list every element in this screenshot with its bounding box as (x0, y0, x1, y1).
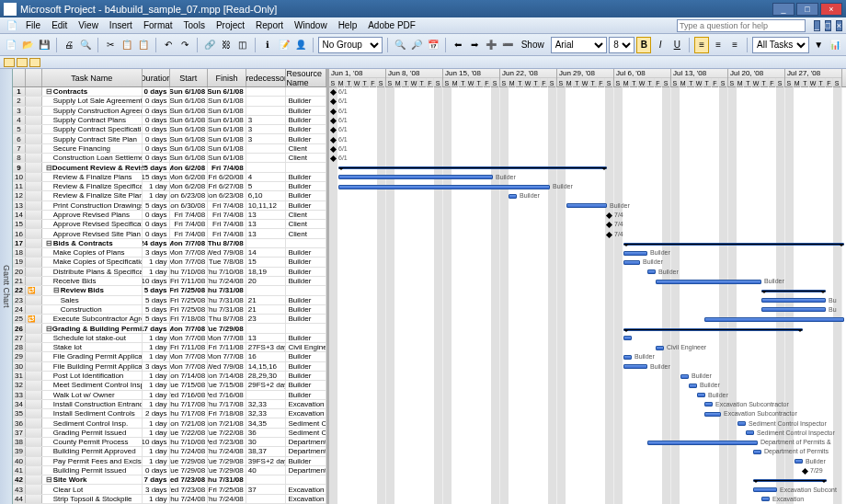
cut-icon[interactable]: ✂ (103, 37, 118, 53)
task-bar[interactable] (647, 269, 656, 274)
col-dur[interactable]: Duration (143, 69, 170, 86)
task-bar[interactable] (623, 260, 640, 265)
task-bar[interactable] (761, 497, 770, 501)
copy-icon[interactable]: 📋 (120, 37, 134, 53)
task-row[interactable]: 3 Supply Construction Agreement 0 days S… (13, 107, 326, 116)
wizard-icon[interactable]: 📊 (828, 37, 842, 53)
task-row[interactable]: 40 Pay Permit Fees and Excise Taxes 1 da… (13, 457, 326, 466)
summary-bar[interactable] (623, 328, 803, 331)
maximize-button[interactable]: □ (796, 3, 818, 16)
summary-bar[interactable] (753, 479, 827, 482)
menu-help[interactable]: Help (333, 20, 363, 30)
milestone[interactable] (606, 231, 612, 237)
task-row[interactable]: 13 Print Construction Drawings 5 days Mo… (13, 201, 326, 211)
task-bar[interactable] (704, 412, 721, 417)
underline-icon[interactable]: U (669, 37, 684, 53)
task-bar[interactable] (509, 194, 517, 199)
gantt-body[interactable]: 6/16/16/16/16/16/16/16/1BuilderBuilderBu… (329, 87, 846, 504)
summary-bar[interactable] (338, 166, 607, 169)
task-row[interactable]: 12 Review & Finalize Site Plan 1 day Mon… (13, 191, 326, 200)
task-row[interactable]: 29 File Grading Permit Application 1 day… (13, 352, 326, 361)
pdf-icon-1[interactable] (4, 58, 15, 67)
task-row[interactable]: 26 ⊟Grading & Building Permits 17 days M… (13, 324, 326, 333)
milestone[interactable] (330, 127, 337, 133)
task-bar[interactable] (680, 374, 689, 379)
task-row[interactable]: 42 ⊟Site Work 7 days Wed 7/23/08 Thu 7/3… (13, 475, 326, 485)
split-icon[interactable]: ◫ (235, 37, 250, 53)
task-row[interactable]: 17 ⊟Bids & Contracts 24 days Mon 7/7/08 … (13, 239, 326, 248)
task-row[interactable]: 15 Approve Revised Specifications 0 days… (13, 220, 326, 229)
task-bar[interactable] (761, 298, 826, 303)
gantt-chart[interactable]: Jun 1, '08 SMTWTFS Jun 8, '08 SMTWTFS Ju… (329, 69, 846, 504)
task-row[interactable]: 2 Supply Lot Sale Agreement 0 days Sun 6… (13, 97, 326, 106)
menu-view[interactable]: View (73, 20, 104, 30)
zoom-out-icon[interactable]: 🔎 (409, 37, 424, 53)
task-row[interactable]: 36 Sediment Control Insp. 1 day Mon 7/21… (13, 418, 326, 428)
help-search[interactable] (677, 19, 806, 32)
task-row[interactable]: 22 🔁 ⊟Review Bids 5 days Fri 7/25/08 Thu… (13, 286, 326, 295)
bold-icon[interactable]: B (636, 37, 651, 53)
milestone[interactable] (330, 155, 337, 162)
milestone[interactable] (802, 468, 808, 475)
task-bar[interactable] (656, 280, 761, 284)
save-icon[interactable]: 💾 (37, 37, 51, 53)
align-center-icon[interactable]: ≡ (711, 37, 726, 53)
goto-icon[interactable]: 📅 (426, 37, 440, 53)
task-row[interactable]: 27 Schedule lot stake-out 1 day Mon 7/7/… (13, 334, 326, 343)
new-icon[interactable]: 📄 (4, 37, 18, 53)
paste-icon[interactable]: 📋 (136, 37, 151, 53)
task-row[interactable]: 10 Review & Finalize Plans 15 days Mon 6… (13, 173, 326, 182)
close-button[interactable]: × (820, 3, 842, 16)
menu-tools[interactable]: Tools (178, 20, 211, 30)
outdent-icon[interactable]: ⬅ (451, 37, 465, 53)
task-bar[interactable] (795, 459, 803, 464)
menu-file[interactable]: File (20, 20, 46, 30)
task-bar[interactable] (761, 307, 826, 312)
task-row[interactable]: 14 Approve Revised Plans 0 days Fri 7/4/… (13, 211, 326, 220)
task-row[interactable]: 23 Sales 5 days Fri 7/25/08 Thu 7/31/08 … (13, 296, 326, 305)
task-row[interactable]: 4 Supply Contract Plans 0 days Sun 6/1/0… (13, 116, 326, 125)
task-bar[interactable] (753, 487, 777, 492)
task-bar[interactable] (737, 421, 746, 426)
task-bar[interactable] (623, 355, 632, 360)
summary-bar[interactable] (761, 290, 826, 292)
milestone[interactable] (330, 136, 337, 143)
task-row[interactable]: 33 Walk Lot w/ Owner 1 day Wed 7/16/08 W… (13, 391, 326, 400)
milestone[interactable] (330, 109, 337, 115)
pdf-icon-2[interactable] (17, 58, 28, 67)
task-bar[interactable] (704, 317, 844, 322)
menu-report[interactable]: Report (250, 20, 289, 30)
milestone[interactable] (606, 212, 612, 219)
show-outline-icon[interactable]: ➕ (484, 37, 498, 53)
milestone[interactable] (330, 118, 337, 124)
view-bar[interactable]: Gantt Chart (0, 69, 13, 504)
task-row[interactable]: 39 Building Permit Approved 1 day Thu 7/… (13, 447, 326, 456)
task-bar[interactable] (566, 203, 607, 208)
info-icon[interactable]: ℹ (260, 37, 275, 53)
col-finish[interactable]: Finish (208, 69, 246, 86)
task-bar[interactable] (746, 430, 754, 435)
menu-adobe-pdf[interactable]: Adobe PDF (362, 20, 421, 30)
task-bar[interactable] (656, 346, 664, 350)
task-bar[interactable] (753, 450, 761, 454)
menu-format[interactable]: Format (138, 20, 178, 30)
task-row[interactable]: 38 County Permit Process 10 days Thu 7/1… (13, 438, 326, 447)
notes-icon[interactable]: 📝 (277, 37, 292, 53)
task-row[interactable]: 20 Distribute Plans & Specifications 1 d… (13, 268, 326, 277)
italic-icon[interactable]: I (653, 37, 668, 53)
doc-restore[interactable]: □ (825, 20, 831, 31)
print-icon[interactable]: 🖨 (62, 37, 76, 53)
filter-select[interactable]: All Tasks (752, 37, 809, 53)
task-row[interactable]: 24 Construction 5 days Fri 7/25/08 Thu 7… (13, 305, 326, 315)
preview-icon[interactable]: 🔍 (78, 37, 93, 53)
task-row[interactable]: 7 Secure Financing 0 days Sun 6/1/08 Sun… (13, 144, 326, 154)
task-bar[interactable] (647, 441, 758, 445)
align-right-icon[interactable]: ≡ (727, 37, 742, 53)
task-bar[interactable] (704, 402, 713, 407)
show-button[interactable]: Show (517, 37, 549, 53)
indent-icon[interactable]: ➡ (467, 37, 482, 53)
menu-project[interactable]: Project (211, 20, 250, 30)
group-select[interactable]: No Group (318, 37, 383, 53)
milestone[interactable] (330, 98, 337, 105)
task-bar[interactable] (338, 185, 550, 189)
